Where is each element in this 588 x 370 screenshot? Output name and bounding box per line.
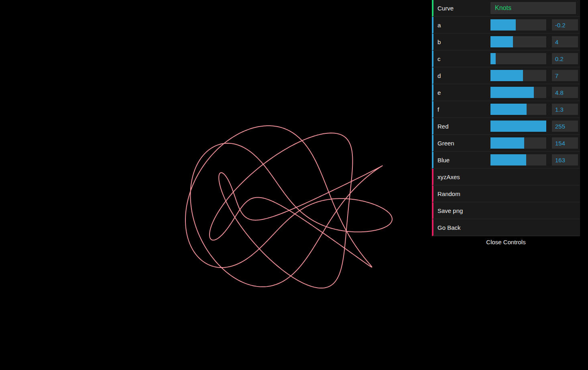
param-d-slider-fill — [490, 70, 523, 81]
green-value-input[interactable] — [552, 137, 578, 149]
green-label: Green — [437, 140, 490, 147]
slider-row-b: b — [432, 34, 580, 51]
param-e-slider-fill — [490, 87, 534, 98]
curve-label: Curve — [437, 5, 490, 12]
param-f-value-input[interactable] — [552, 104, 578, 115]
param-a-value-input[interactable] — [552, 19, 578, 31]
param-f-slider-fill — [490, 104, 527, 115]
slider-row-e: e — [432, 84, 580, 101]
param-c-slider-fill — [490, 53, 496, 64]
random-button[interactable]: Random — [432, 186, 580, 202]
param-a-slider[interactable] — [490, 19, 546, 31]
param-c-label: c — [437, 55, 490, 62]
red-slider-fill — [490, 121, 546, 132]
param-f-label: f — [437, 106, 490, 113]
param-e-value-input[interactable] — [552, 87, 578, 98]
param-c-value-input[interactable] — [552, 53, 578, 64]
slider-row-blue: Blue — [432, 152, 580, 169]
param-b-slider-fill — [490, 36, 513, 47]
xyzaxes-button-label: xyzAxes — [437, 174, 460, 180]
green-slider[interactable] — [490, 137, 546, 149]
param-e-slider[interactable] — [490, 87, 546, 98]
slider-row-f: f — [432, 101, 580, 118]
param-d-label: d — [437, 72, 490, 79]
param-e-label: e — [437, 89, 490, 96]
save-png-button-label: Save png — [437, 207, 463, 214]
dat-gui-panel: Curve Knots a b c d e — [432, 0, 580, 248]
slider-row-c: c — [432, 51, 580, 67]
param-b-label: b — [437, 39, 490, 45]
blue-label: Blue — [437, 157, 490, 164]
green-slider-fill — [490, 137, 524, 149]
xyzaxes-button[interactable]: xyzAxes — [432, 169, 580, 186]
go-back-button[interactable]: Go Back — [432, 219, 580, 236]
param-b-slider[interactable] — [490, 36, 546, 47]
param-d-slider[interactable] — [490, 70, 546, 81]
curve-select-row: Curve Knots — [432, 0, 580, 17]
param-c-slider[interactable] — [490, 53, 546, 64]
slider-row-a: a — [432, 17, 580, 34]
red-label: Red — [437, 123, 490, 130]
param-d-value-input[interactable] — [552, 70, 578, 81]
blue-slider[interactable] — [490, 154, 546, 166]
save-png-button[interactable]: Save png — [432, 202, 580, 219]
curve-select[interactable]: Knots — [490, 2, 576, 14]
blue-slider-fill — [490, 154, 526, 166]
close-controls-button[interactable]: Close Controls — [432, 236, 580, 248]
slider-row-red: Red — [432, 118, 580, 135]
go-back-button-label: Go Back — [437, 224, 461, 231]
param-f-slider[interactable] — [490, 104, 546, 115]
slider-row-green: Green — [432, 135, 580, 152]
slider-row-d: d — [432, 67, 580, 84]
red-value-input[interactable] — [552, 121, 578, 132]
random-button-label: Random — [437, 190, 460, 197]
blue-value-input[interactable] — [552, 154, 578, 166]
param-a-slider-fill — [490, 19, 516, 31]
red-slider[interactable] — [490, 121, 546, 132]
param-a-label: a — [437, 22, 490, 29]
param-b-value-input[interactable] — [552, 36, 578, 47]
